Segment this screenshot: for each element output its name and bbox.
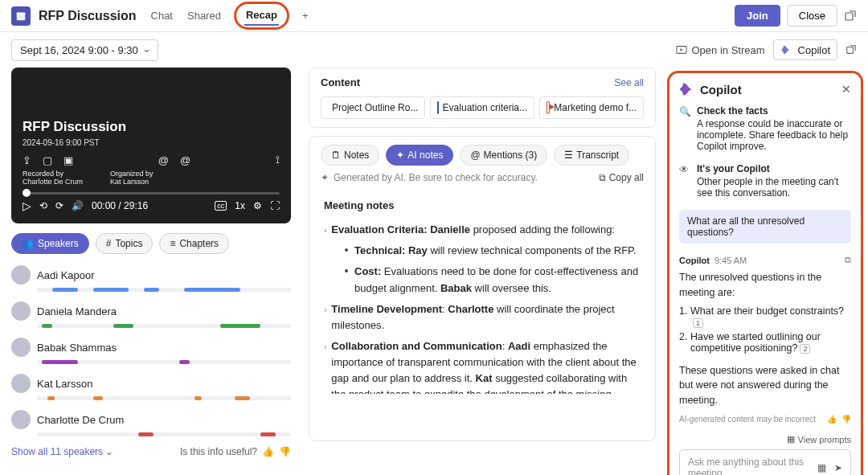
- apps-icon[interactable]: ▦: [817, 462, 826, 473]
- people-icon[interactable]: ⟟: [276, 154, 280, 166]
- caret-icon[interactable]: ›: [324, 341, 326, 394]
- sparkle-icon: ✦: [321, 172, 329, 183]
- topics-chip[interactable]: #Topics: [96, 233, 154, 254]
- speaker-track[interactable]: [37, 288, 291, 292]
- copy-reply-icon[interactable]: ⧉: [845, 255, 851, 265]
- copilot-toggle-label: Copilot: [798, 44, 830, 56]
- speaker-name: Kat Larsson: [37, 378, 92, 390]
- speaker-row[interactable]: Aadi Kapoor: [11, 265, 291, 285]
- thumbs-down-icon[interactable]: 👎: [279, 446, 291, 457]
- thumbs-up-icon[interactable]: 👍: [262, 446, 274, 457]
- video-file-icon: [547, 101, 550, 114]
- attachment-doc[interactable]: Evaluation criteria...: [430, 96, 534, 119]
- copilot-toggle-button[interactable]: Copilot: [773, 39, 837, 60]
- speakers-chip[interactable]: 👥Speakers: [11, 233, 89, 254]
- note-item: › Evaluation Criteria: Danielle proposed…: [324, 222, 641, 238]
- speaker-track[interactable]: [37, 324, 291, 328]
- thumbs-down-icon[interactable]: 👎: [841, 415, 851, 424]
- attachment-video[interactable]: Marketing demo f...: [539, 96, 644, 119]
- speaker-row[interactable]: Charlotte De Crum: [11, 410, 291, 429]
- mention-icon-2[interactable]: @: [180, 154, 190, 166]
- copilot-icon: [780, 43, 793, 56]
- reference-badge[interactable]: 2: [800, 344, 810, 354]
- speaker-row[interactable]: Babak Shammas: [11, 338, 291, 357]
- share-icon[interactable]: ⇪: [23, 154, 31, 166]
- speaker-name: Charlotte De Crum: [37, 414, 124, 426]
- settings-icon[interactable]: ⚙: [253, 200, 262, 211]
- video-timestamp: 2024-09-16 9:00 PST: [23, 138, 280, 147]
- notes-body: Meeting notes › Evaluation Criteria: Dan…: [321, 193, 644, 394]
- chapters-chip[interactable]: ≡Chapters: [159, 233, 229, 254]
- magnify-icon: 🔍: [679, 106, 690, 152]
- top-bar: RFP Discussion Chat Shared Recap + Join …: [0, 0, 868, 32]
- attachment-ppt[interactable]: Project Outline Ro...: [321, 96, 425, 119]
- speed-button[interactable]: 1x: [235, 200, 245, 211]
- notes-card: 🗒Notes ✦AI notes @Mentions (3) ☰Transcri…: [309, 136, 656, 441]
- forward-button[interactable]: ⟳: [55, 200, 63, 211]
- copilot-reply-time: 9:45 AM: [714, 256, 747, 265]
- expand-icon[interactable]: [845, 44, 857, 55]
- recorded-by-label: Recorded by: [23, 170, 83, 178]
- speaker-track[interactable]: [37, 360, 291, 364]
- close-icon[interactable]: ✕: [841, 83, 851, 96]
- sub-bar: Sept 16, 2024 9:00 - 9:30 Open in Stream…: [0, 32, 868, 68]
- copilot-reply-intro: The unresolved questions in the meeting …: [679, 270, 851, 301]
- fullscreen-button[interactable]: ⛶: [270, 200, 280, 211]
- tab-shared[interactable]: Shared: [186, 6, 223, 25]
- recorded-by-value: Charlotte De Crum: [23, 178, 83, 186]
- see-all-link[interactable]: See all: [614, 77, 644, 88]
- copilot-list-item: What are their budget constraints?1: [690, 305, 851, 328]
- popout-icon[interactable]: [844, 10, 857, 23]
- tab-chat[interactable]: Chat: [149, 6, 174, 25]
- date-selector[interactable]: Sept 16, 2024 9:00 - 9:30: [11, 39, 158, 61]
- speaker-track[interactable]: [37, 432, 291, 436]
- caret-icon[interactable]: ›: [324, 224, 326, 238]
- ai-notice: Generated by AI. Be sure to check for ac…: [334, 172, 538, 183]
- mention-icon-1[interactable]: @: [158, 154, 169, 166]
- play-button[interactable]: ▷: [23, 199, 31, 212]
- rewind-button[interactable]: ⟲: [39, 200, 47, 211]
- avatar: [11, 338, 31, 357]
- thumbs-up-icon[interactable]: 👍: [827, 415, 837, 424]
- copilot-info-check-facts: 🔍 Check the factsA response could be ina…: [679, 105, 851, 152]
- app-icon-2[interactable]: ▣: [63, 154, 73, 166]
- caret-icon[interactable]: ›: [324, 304, 326, 334]
- reference-badge[interactable]: 1: [693, 318, 703, 328]
- svg-rect-4: [847, 47, 854, 54]
- copilot-title: Copilot: [700, 83, 742, 96]
- close-button[interactable]: Close: [787, 5, 837, 27]
- copy-all-button[interactable]: ⧉ Copy all: [599, 172, 644, 183]
- mentions-tab[interactable]: @Mentions (3): [460, 145, 547, 166]
- copilot-user-message: What are all the unresolved questions?: [679, 210, 851, 244]
- copy-icon: ⧉: [599, 172, 606, 183]
- copilot-logo-icon: [679, 81, 695, 97]
- speaker-list: Aadi Kapoor Daniela Mandera Babak Shamma…: [11, 265, 291, 436]
- send-icon[interactable]: ➤: [834, 462, 842, 473]
- volume-button[interactable]: 🔊: [72, 200, 84, 211]
- copilot-reply-author: Copilot: [679, 256, 710, 265]
- notes-tab[interactable]: 🗒Notes: [321, 145, 379, 166]
- video-player[interactable]: RFP Discussion 2024-09-16 9:00 PST ⇪ ▢ ▣…: [11, 68, 291, 223]
- header-tabs: Chat Shared Recap +: [149, 2, 310, 30]
- content-title: Content: [321, 76, 360, 88]
- video-scrubber[interactable]: [23, 192, 280, 195]
- open-in-stream-button[interactable]: Open in Stream: [676, 44, 764, 56]
- copilot-input[interactable]: Ask me anything about this meeting ▦ ➤: [679, 449, 851, 475]
- copilot-list-item: Have we started outlining our competitiv…: [690, 331, 851, 354]
- speaker-name: Daniela Mandera: [37, 305, 117, 317]
- app-icon-1[interactable]: ▢: [43, 154, 52, 166]
- speaker-row[interactable]: Kat Larsson: [11, 374, 291, 393]
- speaker-track[interactable]: [37, 396, 291, 400]
- tab-recap-highlight: Recap: [234, 2, 289, 30]
- join-button[interactable]: Join: [735, 5, 780, 27]
- speaker-row[interactable]: Daniela Mandera: [11, 301, 291, 321]
- show-all-speakers-link[interactable]: Show all 11 speakers ⌄: [11, 446, 113, 457]
- main-content: RFP Discussion 2024-09-16 9:00 PST ⇪ ▢ ▣…: [0, 68, 868, 475]
- transcript-tab[interactable]: ☰Transcript: [554, 145, 629, 166]
- captions-button[interactable]: cc: [215, 201, 227, 211]
- view-prompts-button[interactable]: ▦ View prompts: [679, 434, 851, 444]
- tab-recap[interactable]: Recap: [244, 6, 279, 26]
- open-in-stream-label: Open in Stream: [691, 44, 764, 56]
- add-tab-button[interactable]: +: [301, 6, 310, 25]
- ai-notes-tab[interactable]: ✦AI notes: [386, 145, 453, 166]
